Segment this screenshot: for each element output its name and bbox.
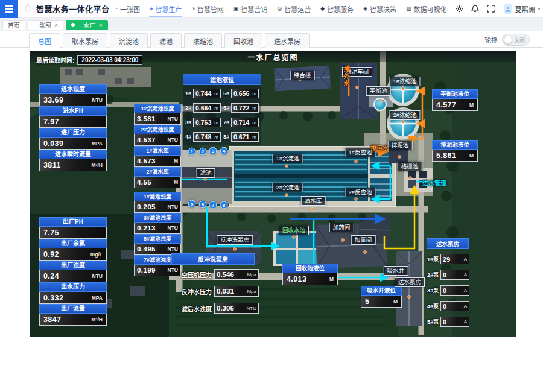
nav-item[interactable]: ◈ 智慧决策 [358, 0, 401, 17]
filter-level-row: 4# 0.748m 8# 0.671m [185, 132, 259, 142]
pump-unit: A [464, 272, 467, 277]
user-menu-caret-icon[interactable]: ▾ [538, 6, 541, 11]
cell-value: 0.664 [195, 104, 211, 112]
pump-row: 5#泵 0A [416, 317, 469, 327]
level-panel-value: 4.013 [287, 275, 306, 283]
menu-hamburger-button[interactable] [0, 0, 18, 18]
clear-water-reservoir-label: 清水库 [301, 196, 326, 206]
cell-value: 0.748 [195, 133, 211, 141]
nav-item[interactable]: ◎ 智慧运营 [272, 0, 316, 17]
pump-label: 5#泵 [427, 318, 439, 326]
pump-label: 1#泵 [427, 255, 439, 263]
thickener-2-label: 2#浓缩池 [389, 110, 420, 120]
nav-item[interactable]: ▣ 智慧营销 [229, 0, 273, 17]
pump-current-value: 0 [443, 318, 446, 326]
tab-filter[interactable]: 滤池 [150, 33, 182, 48]
metric-label: 进厂压力 [39, 128, 107, 138]
metric-unit: MPA [92, 295, 103, 301]
filter-cell-marker: 7 [209, 201, 217, 209]
pump-unit: A [464, 256, 467, 262]
tab-delivery-pump-house[interactable]: 送水泵房 [265, 33, 310, 48]
metric-label: 1#清水库 [134, 146, 181, 156]
office-building-label: 综合楼 [290, 71, 315, 80]
cell-value: 0.656 [233, 90, 249, 97]
nav-item[interactable]: ◕ 智慧生产 [145, 0, 186, 17]
metric-value: 0.199 [137, 267, 156, 274]
tab-thickener[interactable]: 浓缩池 [184, 33, 222, 48]
metric-value: 4.537 [137, 136, 156, 144]
user-avatar[interactable] [504, 4, 512, 14]
nav-item[interactable]: ▥ 数据可视化 [401, 0, 452, 17]
active-dot-icon [71, 23, 75, 27]
filter-level-rows: 1# 0.744m 5# 0.656m 2# 0.664m 6# [183, 85, 261, 145]
nav-item-label: 智慧管网 [197, 4, 224, 14]
backwash-row: 空压机压力 0.546Mpa [167, 269, 259, 280]
metric-label: 进水PH [39, 106, 107, 116]
nav-item[interactable]: ◑ 智慧管网 [186, 0, 228, 17]
tab-recycle-pool[interactable]: 回收池 [224, 33, 262, 48]
nav-item[interactable]: ◆ 智慧服务 [316, 0, 358, 17]
filter-cell-marker: 6 [199, 201, 207, 209]
header-action-icons [456, 5, 495, 13]
crumb-label: 一水厂 [77, 21, 95, 30]
metric-label: 进水浊度 [39, 84, 107, 94]
tab-sedimentation[interactable]: 沉淀池 [110, 33, 148, 48]
metric-panel: 1#沉淀池浊度 3.581NTU [134, 104, 181, 125]
metric-panel: 3#滤池浊度 0.213NTU [134, 213, 181, 234]
metric-panel: 2#清水库 4.55M [134, 167, 181, 188]
metric-unit: mg/L [91, 251, 103, 258]
user-name[interactable]: 夏熙洲 [515, 4, 535, 14]
nav-item-label: 一张图 [120, 4, 140, 14]
nav-item-label: 数据可视化 [414, 4, 447, 14]
filter-house-label: 滤池 [196, 168, 215, 178]
nav-item[interactable]: ◔ 一张图 [110, 0, 145, 17]
settings-gear-icon[interactable] [456, 5, 463, 13]
metric-value: 0.332 [43, 294, 63, 302]
recycle-pool-level-panel: 回收池液位 4.013M [282, 264, 338, 285]
cell-unit: m [214, 106, 218, 111]
smart-production-icon: ◕ [150, 6, 153, 11]
metric-value: 0.205 [137, 203, 156, 210]
tab-intake-pump-house[interactable]: 取水泵房 [63, 33, 107, 48]
service-icon: ◆ [320, 6, 325, 11]
filter-level-cell: 3# 0.763m [185, 118, 221, 127]
metric-unit: NTU [168, 137, 178, 143]
close-icon[interactable]: × [98, 22, 102, 28]
metric-label: 出厂余氯 [39, 239, 107, 248]
last-read-time: 最后读取时间: 2022-03-03 04:23:00 [36, 55, 142, 65]
crumb-label: 首页 [8, 21, 20, 30]
tab-overview[interactable]: 总图 [29, 33, 60, 48]
metric-panel: 5#滤池浊度 0.495NTU [134, 234, 181, 255]
carousel-toggle-switch[interactable]: 关闭 [502, 34, 530, 46]
metric-value: 0.039 [43, 139, 63, 148]
pump-row: 1#泵 29A [416, 254, 469, 264]
filter-cell-marker: 2 [199, 148, 207, 156]
crumb-home[interactable]: 首页 [2, 20, 25, 30]
crumb-plant-1[interactable]: 一水厂 × [66, 20, 107, 30]
backwash-panel: 反冲洗泵房 空压机压力 0.546Mpa 反冲水压力 0.031Mpa 滤后水浊… [167, 253, 259, 314]
cell-value: 0.722 [233, 104, 249, 112]
metric-label: 2#沉淀池浊度 [134, 125, 181, 134]
dosing-room-label: 加药间 [329, 223, 354, 232]
metric-value: 7.97 [43, 118, 59, 126]
metric-value: 0.213 [137, 224, 156, 232]
row-unit: Mpa [247, 289, 256, 294]
level-panel-label: 排泥池液位 [432, 140, 478, 150]
fullscreen-icon[interactable] [487, 5, 495, 13]
cell-unit: m [252, 134, 256, 140]
cell-unit: m [252, 120, 256, 125]
level-panel-label: 回收池液位 [282, 264, 338, 273]
sewage-flow-label: 排污水 [370, 143, 389, 152]
balance-pool-label: 平衡池 [366, 86, 391, 96]
crumb-one-map[interactable]: 一张图 × [28, 20, 63, 30]
notification-bell-icon[interactable] [471, 5, 479, 13]
close-icon[interactable]: × [54, 22, 58, 28]
tab-list: 总图 取水泵房 沉淀池 滤池 浓缩池 回收池 送水泵房 [29, 33, 312, 48]
backwash-pump-house-label: 反冲洗泵房 [217, 235, 253, 245]
inlet-metrics-column: 进水浊度 33.69NTU 进水PH 7.97 进厂压力 0.039MPA 进水… [39, 84, 107, 171]
filter-cell-marker: 3 [209, 147, 217, 155]
row-value: 0.031 [217, 288, 234, 295]
pump-unit: A [464, 319, 467, 324]
level-panel-label: 吸水井液位 [361, 286, 402, 296]
nav-item-label: 智慧生产 [155, 4, 182, 14]
